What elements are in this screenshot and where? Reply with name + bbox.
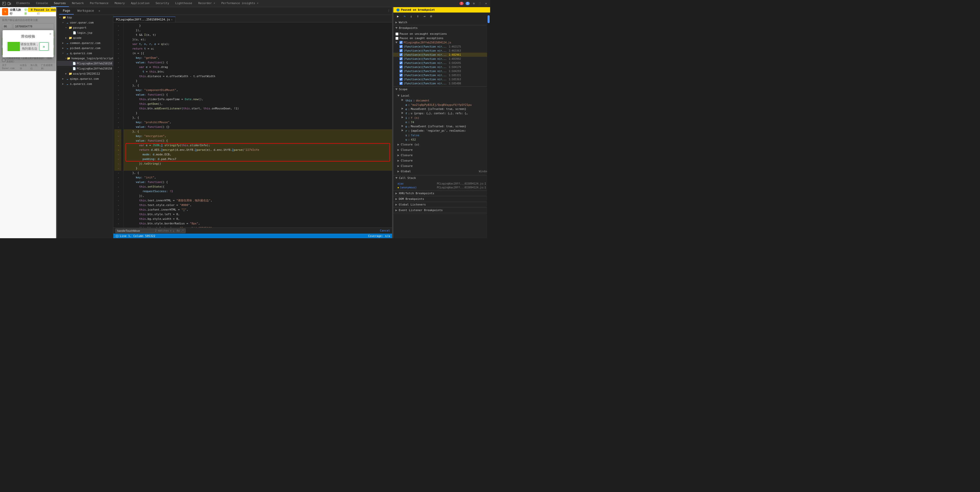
settings-icon[interactable]: ⚙ (472, 2, 476, 6)
more-tabs-btn[interactable]: » (97, 9, 101, 13)
scope-item-s[interactable]: s : false (393, 133, 490, 137)
sources-menu-btn[interactable]: ⋮ (387, 9, 390, 13)
tree-item-common-qunarzz[interactable]: ▶ ☁ common.qunarzz.com (57, 40, 113, 45)
bp-checkbox-2[interactable] (399, 53, 402, 56)
device-icon[interactable] (7, 2, 11, 6)
step-into-btn[interactable]: ↓ (409, 14, 414, 19)
bp-item-1[interactable]: (function(e){function n(r... 1:463363 (393, 49, 490, 53)
scope-item-n[interactable]: n : 74 (393, 120, 490, 125)
bp-item-5[interactable]: (function(e){function n(r... 1:504179 (393, 65, 490, 69)
bp-checkbox-3[interactable] (399, 57, 402, 60)
tab-perf-insights[interactable]: Performance insights ⚡ (218, 0, 262, 7)
slider-track[interactable]: 请按住滑块，拖到最右边 » (6, 42, 49, 51)
scope-item-a[interactable]: a : "mo2lq8pPyB3LEj/QxqBVaypuYV/fpSY21pu (393, 103, 490, 107)
slider-button[interactable]: » (39, 42, 48, 51)
search-input[interactable] (117, 229, 153, 232)
scope-local-header[interactable]: Local (393, 93, 490, 98)
scope-item-o[interactable]: o : MouseEvent {isTrusted: true, screen} (393, 125, 490, 129)
tree-item-s-qunarzz[interactable]: ▶ ☁ s.qunarzz.com (57, 81, 113, 86)
scope-item-f[interactable]: f : u {props: {…}, context: {…}, refs: {… (393, 112, 490, 116)
match-next-btn[interactable]: ↓ (173, 229, 174, 233)
tree-item-pclogin-1[interactable]: 📄 PCLogin@6ac20ffeb250158 (57, 61, 113, 66)
scope-item-r[interactable]: r : {appCode: 'register_pc', resCookies: (393, 129, 490, 133)
tree-item-qimgs-qunarzz[interactable]: ▶ ☁ qimgs.qunarzz.com (57, 76, 113, 81)
global-header[interactable]: Global Window (393, 169, 490, 174)
bp-item-7[interactable]: (function(e){function n(r... 1:505331 (393, 73, 490, 77)
step-out-btn[interactable]: ↑ (415, 14, 420, 19)
bp-checkbox-4[interactable] (399, 61, 402, 64)
bp-item-8[interactable]: (function(e){function n(r... 1:505363 (393, 77, 490, 81)
tree-item-q-qunarzz[interactable]: ▾ ☁ q.qunarzz.com (57, 51, 113, 56)
deactivate-btn[interactable]: ⊘ (429, 14, 434, 19)
tree-item-passport[interactable]: ▾ 📁 passport (57, 25, 113, 30)
pause-uncaught-checkbox[interactable] (395, 32, 398, 35)
bp-checkbox-5[interactable] (399, 65, 402, 69)
bp-checkbox-8[interactable] (399, 78, 402, 81)
closure-1-header[interactable]: Closure (393, 147, 490, 153)
tree-item-wza[interactable]: ▶ 📁 wza/prd/20220112 (57, 71, 113, 76)
dom-header[interactable]: DOM Breakpoints (393, 196, 490, 202)
step-over-btn[interactable]: ↷ (402, 14, 407, 19)
scope-item-e[interactable]: e : MouseEvent {isTrusted: true, screen} (393, 107, 490, 112)
close-devtools-icon[interactable]: ✕ (484, 2, 488, 6)
tree-item-homepage-login[interactable]: ▾ 📁 homepage_login/prd/scripts (57, 56, 113, 61)
file-tab-close[interactable]: ✕ (171, 18, 173, 21)
closure-4-header[interactable]: Closure (393, 163, 490, 169)
call-stack-header[interactable]: Call Stack (393, 175, 490, 181)
scope-item-u[interactable]: u : 432 (393, 137, 490, 142)
closure-2-header[interactable]: Closure (393, 153, 490, 158)
tree-item-qcode[interactable]: ▶ 📁 qcode (57, 35, 113, 40)
tab-elements[interactable]: Elements (13, 0, 33, 7)
bp-checkbox-9[interactable] (399, 82, 402, 85)
bp-checkbox-1[interactable] (399, 49, 402, 52)
active-file-tab[interactable]: PCLogin@6ac20ff...25015894124.js ✕ (113, 17, 175, 22)
more-icon[interactable]: ⋮ (478, 2, 482, 6)
tab-application[interactable]: Application (128, 0, 153, 7)
call-stack-anon[interactable]: ◆ (anonymous) PCLogin@6ac20ff...01589412… (393, 185, 490, 189)
inspect-icon[interactable] (2, 2, 6, 6)
call-stack-ajax[interactable]: ajax PCLogin@6ac20ff...015894124.js:1 (393, 182, 490, 185)
step-btn[interactable]: → (422, 14, 427, 19)
bp-item-0[interactable]: (function(e){function n(r... 1:463175 (393, 45, 490, 49)
tab-console[interactable]: Console (33, 0, 51, 7)
pause-caught-checkbox[interactable] (395, 37, 398, 40)
bp-item-4[interactable]: (function(e){function n(r... 1:502695 (393, 61, 490, 65)
scope-header[interactable]: Scope (393, 87, 490, 92)
tab-workspace[interactable]: Workspace (74, 7, 97, 14)
global-listeners-header[interactable]: Global Listeners (393, 202, 490, 207)
tree-item-picbed-qunarzz[interactable]: ▶ ☁ picbed.qunarzz.com (57, 45, 113, 51)
bp-item-3[interactable]: (function(e){function n(r... 1:483992 (393, 57, 490, 61)
tab-lighthouse[interactable]: Lighthouse (172, 0, 195, 7)
tab-recorder[interactable]: Recorder ⚡ (195, 0, 218, 7)
tab-page[interactable]: Page (59, 7, 74, 14)
bp-item-9[interactable]: (function(e){function n(r... 1:505480 (393, 81, 490, 85)
bp-file-checkbox[interactable] (399, 41, 402, 44)
tree-item-top[interactable]: ▾ 📁 top (57, 15, 113, 20)
match-prev-btn[interactable]: ↑ (170, 229, 172, 233)
bp-checkbox-6[interactable] (399, 70, 402, 73)
cancel-search-btn[interactable]: Cancel (380, 229, 390, 232)
tab-performance[interactable]: Performance (87, 0, 111, 7)
scope-item-i[interactable]: i : f (n) (393, 116, 490, 120)
watch-header[interactable]: Watch (393, 20, 490, 25)
bp-checkbox-0[interactable] (399, 45, 402, 48)
xhr-header[interactable]: XHR/fetch Breakpoints (393, 191, 490, 196)
closure-u-header[interactable]: Closure (u) (393, 142, 490, 147)
closure-3-header[interactable]: Closure (393, 158, 490, 163)
match-regex-btn[interactable]: .* (181, 229, 184, 232)
bp-item-6[interactable]: (function(e){function n(r... 1:504293 (393, 69, 490, 73)
modal-close-btn[interactable]: ✕ (49, 32, 51, 36)
tab-memory[interactable]: Memory (111, 0, 128, 7)
tab-sources[interactable]: Sources (51, 0, 69, 7)
tree-item-pclogin-2[interactable]: 📄 PCLogin@6ac20ffeb250158 (57, 66, 113, 71)
bp-item-2[interactable]: (function(e){function n(r... 1:482961 (393, 53, 490, 57)
breakpoints-header[interactable]: Breakpoints (393, 25, 490, 31)
tab-security[interactable]: Security (153, 0, 172, 7)
scope-item-this[interactable]: this : document (393, 98, 490, 103)
bp-checkbox-7[interactable] (399, 73, 402, 77)
match-case-btn[interactable]: Aa (177, 229, 180, 232)
event-listeners-header[interactable]: Event Listener Breakpoints (393, 208, 490, 213)
tree-item-user-qunar[interactable]: ▾ ☁ user.qunar.com (57, 20, 113, 25)
tab-network[interactable]: Network (69, 0, 87, 7)
tree-item-login-jsp[interactable]: 📄 login.jsp (57, 30, 113, 35)
